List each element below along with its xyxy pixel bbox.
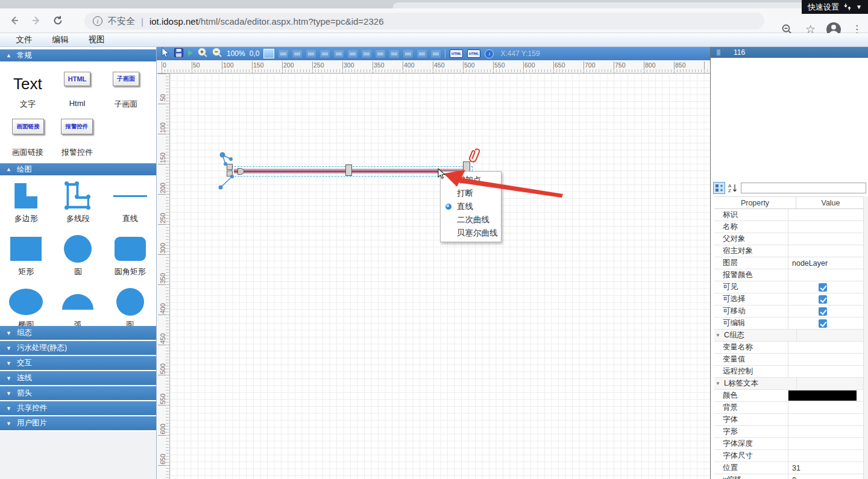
property-row[interactable]: ▼ 图层 nodeLayer [714,257,865,269]
property-row[interactable]: ▼ 可移动 [714,305,865,318]
property-value-cell[interactable]: 0 [788,474,857,479]
checkbox-checked-icon[interactable] [819,319,827,328]
section-collapse-icon[interactable]: ▼ [715,333,723,338]
property-value-cell[interactable] [788,233,857,245]
zoom-out-icon[interactable] [212,48,222,60]
property-value-cell[interactable] [788,414,857,425]
property-value-cell[interactable] [788,354,857,365]
checkbox-checked-icon[interactable] [819,307,827,316]
property-row[interactable]: ▼ C组态 [714,330,865,342]
property-filter-input[interactable] [741,183,866,193]
layout-toggle-icon[interactable] [843,3,852,11]
property-value-cell[interactable] [788,269,857,281]
property-row[interactable]: ▼ 背景 [714,402,865,414]
palette-item-screen-link[interactable]: 画面链接 [12,119,44,134]
property-value-cell[interactable] [788,366,857,377]
property-value-cell[interactable] [788,221,857,233]
sort-az-icon[interactable]: AZ [726,182,738,194]
palette-item-subview[interactable]: 子画面 [113,72,139,86]
page-info-icon[interactable]: i [93,16,102,26]
context-menu-item[interactable]: 二次曲线 [441,213,501,227]
address-bar[interactable]: i 不安全 | iot.idosp.net/html/scada/editor.… [84,13,764,30]
property-value-cell[interactable]: nodeLayer [788,257,857,269]
palette-shape-item[interactable]: 矩形 [0,234,52,287]
palette-item-alarm-control[interactable]: 报警控件 [61,119,93,134]
property-row[interactable]: ▼ 宿主对象 [714,245,865,257]
property-value-cell[interactable] [788,281,857,293]
context-menu-item[interactable]: 直线 [441,200,501,213]
property-row[interactable]: ▼ 字体深度 [714,438,865,450]
palette-shape-item[interactable]: 直线 [104,181,156,234]
palette-shape-item[interactable]: 多边形 [0,181,52,234]
checkbox-checked-icon[interactable] [819,295,827,304]
color-swatch[interactable] [788,390,857,401]
property-value-cell[interactable] [788,402,857,413]
zoom-in-icon[interactable] [198,48,208,60]
property-row[interactable]: ▼ 字体尺寸 [714,450,865,462]
line-knob-handle[interactable] [237,168,244,175]
quick-settings-caret-icon[interactable]: ▼ [856,4,862,10]
property-row[interactable]: ▼ 可编辑 [714,318,865,330]
property-row[interactable]: ▼ x偏移 0 [714,474,865,479]
property-value-cell[interactable] [788,293,857,305]
property-row[interactable]: ▼ 变量值 [714,354,865,366]
property-row[interactable]: ▼ 名称 [714,221,865,233]
palette-item-html[interactable]: HTML [64,72,90,86]
palette-shape-item[interactable]: 圆角矩形 [104,234,156,287]
section-general-header[interactable]: ▲ 常规 [0,49,156,61]
collapsed-section-bar[interactable]: ▼ 组态 [0,326,156,340]
categorized-view-icon[interactable] [713,182,725,194]
palette-item-text[interactable]: Text [13,75,42,93]
property-value-cell[interactable] [788,438,857,449]
html-preview-icon[interactable]: HTML [467,49,480,58]
info-icon[interactable]: i [485,49,494,58]
section-drawing-header[interactable]: ▲ 绘图 [0,163,156,175]
control-handle-icon[interactable] [217,175,236,190]
collapsed-section-bar[interactable]: ▼ 用户图片 [0,416,156,430]
back-icon[interactable] [7,13,22,28]
property-row[interactable]: ▼ 变量名称 [714,342,865,354]
save-icon[interactable] [174,48,183,60]
property-value-cell[interactable] [788,318,857,329]
image-tool-icon[interactable] [263,49,274,58]
checkbox-checked-icon[interactable] [819,283,827,292]
property-value-cell[interactable] [788,342,857,353]
run-icon[interactable] [187,48,193,59]
palette-shape-item[interactable]: 圆 [52,234,104,287]
property-row[interactable]: ▼ 字形 [714,426,865,438]
collapsed-section-bar[interactable]: ▼ 箭头 [0,386,156,400]
menu-item[interactable]: 视图 [84,34,108,45]
html-export-icon[interactable]: HTML [450,49,463,58]
forward-icon[interactable] [29,13,43,28]
property-value-cell[interactable]: #000000 [788,390,857,401]
collapsed-section-bar[interactable]: ▼ 污水处理(静态) [0,341,156,355]
palette-shape-item[interactable]: 多线段 [52,181,104,234]
section-collapse-icon[interactable]: ▼ [715,381,723,386]
reload-icon[interactable] [51,13,65,28]
collapsed-section-bar[interactable]: ▼ 交互 [0,356,156,370]
property-row[interactable]: ▼ 报警颜色 [714,269,865,281]
property-row[interactable]: ▼ 位置 31 [714,462,865,474]
collapsed-section-bar[interactable]: ▼ 共享控件 [0,401,156,415]
property-value-cell[interactable] [788,426,857,437]
property-value-cell[interactable] [796,330,865,341]
pointer-tool-icon[interactable] [162,48,170,60]
property-value-cell[interactable] [788,209,857,221]
property-value-cell[interactable] [796,378,865,389]
property-value-cell[interactable] [788,245,857,257]
property-row[interactable]: ▼ 字体 [714,414,865,426]
property-value-cell[interactable]: 31 [788,462,857,474]
menu-item[interactable]: 文件 [12,34,36,45]
properties-scrollbar[interactable] [863,196,868,479]
property-value-cell[interactable] [788,305,857,317]
property-row[interactable]: ▼ 可选择 [714,293,865,305]
property-row[interactable]: ▼ 颜色 #000000 [714,390,865,402]
property-value-cell[interactable] [788,450,857,462]
rotate-handle-icon[interactable] [218,151,236,167]
context-menu-item[interactable]: 贝塞尔曲线 [441,227,501,240]
property-row[interactable]: ▼ 父对象 [714,233,865,245]
quick-settings-button[interactable]: 快速设置 ▼ [802,0,868,14]
property-row[interactable]: ▼ 可见 [714,281,865,293]
design-canvas[interactable]: 增加点 打断 直线 [170,74,710,479]
property-row[interactable]: ▼ L标签文本 [714,378,865,390]
